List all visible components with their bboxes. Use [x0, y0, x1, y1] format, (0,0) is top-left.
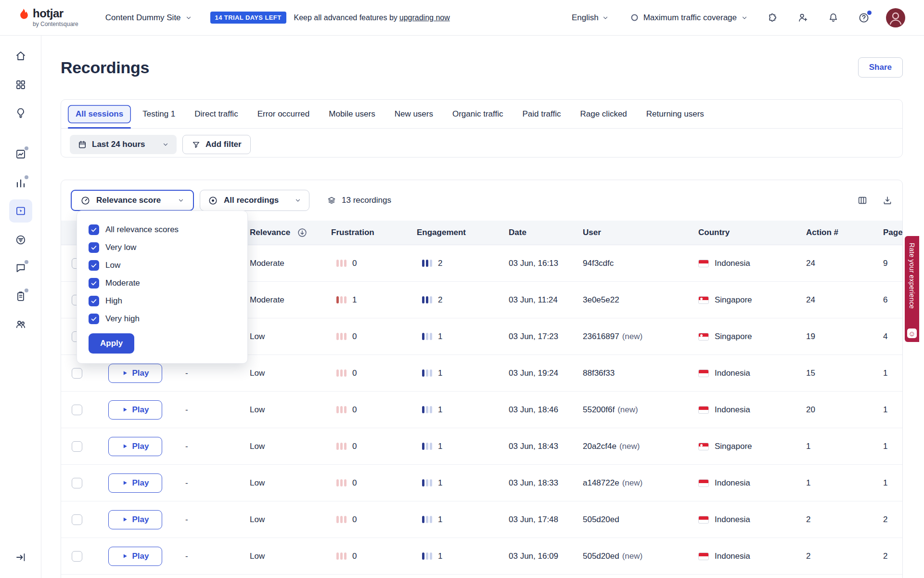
- sidebar-item-home[interactable]: [9, 44, 32, 67]
- sidebar-item-recordings[interactable]: [9, 199, 32, 223]
- frustration-bars-icon: [336, 333, 346, 340]
- notifications-button[interactable]: [828, 12, 839, 23]
- checkbox-checked-icon[interactable]: [89, 242, 99, 253]
- row-checkbox[interactable]: [72, 551, 82, 562]
- hotjar-logo[interactable]: hotjar by Contentsquare: [16, 8, 78, 27]
- sidebar-item-trends[interactable]: [9, 171, 32, 195]
- sidebar-item-funnels[interactable]: [9, 228, 32, 251]
- integrations-button[interactable]: [767, 12, 778, 23]
- feedback-widget[interactable]: Rate your experience ☺: [905, 236, 919, 342]
- engagement-bars-icon: [422, 443, 432, 450]
- relevance-option[interactable]: Very low: [89, 238, 236, 256]
- sidebar-item-feedback[interactable]: [9, 256, 32, 279]
- site-selector[interactable]: Content Dummy Site: [105, 13, 192, 23]
- relevance-option[interactable]: Low: [89, 256, 236, 274]
- checkbox-checked-icon[interactable]: [89, 296, 99, 306]
- play-icon: [122, 407, 128, 413]
- tab-error-occurred[interactable]: Error occurred: [250, 105, 318, 123]
- play-button[interactable]: Play: [108, 547, 162, 566]
- sidebar-collapse-button[interactable]: [9, 546, 32, 569]
- relevance-cell: Low: [250, 442, 331, 451]
- country-cell: Indonesia: [698, 552, 806, 561]
- user-cell: 88f36f33: [583, 368, 698, 378]
- download-button[interactable]: [882, 195, 893, 206]
- date-cell: 03 Jun, 18:33: [509, 478, 583, 488]
- relevance-cell: Low: [250, 405, 331, 415]
- traffic-coverage-selector[interactable]: Maximum traffic coverage: [630, 13, 748, 23]
- sidebar-item-interviews[interactable]: [9, 313, 32, 336]
- date-cell: 03 Jun, 11:24: [509, 295, 583, 305]
- tab-testing-1[interactable]: Testing 1: [135, 105, 183, 123]
- upgrade-link[interactable]: upgrading now: [399, 13, 450, 22]
- column-header-date[interactable]: Date: [509, 228, 583, 237]
- row-checkbox[interactable]: [72, 514, 82, 525]
- date-range-label: Last 24 hours: [92, 140, 145, 149]
- language-selector[interactable]: English: [572, 13, 609, 23]
- frustration-cell: 1: [331, 295, 417, 305]
- country-flag-icon: [698, 369, 709, 377]
- checkbox-checked-icon[interactable]: [89, 260, 99, 271]
- engagement-bars-icon: [422, 260, 432, 267]
- row-checkbox[interactable]: [72, 405, 82, 415]
- play-button[interactable]: Play: [108, 473, 162, 493]
- frustration-cell: 0: [331, 405, 417, 415]
- column-header-user[interactable]: User: [583, 228, 698, 237]
- sidebar-item-surveys[interactable]: [9, 285, 32, 308]
- play-button[interactable]: Play: [108, 400, 162, 420]
- recordings-filter-button[interactable]: All recordings: [200, 190, 309, 211]
- pages-cell: 1: [883, 368, 903, 378]
- question-icon: [858, 12, 870, 24]
- sidebar-item-heatmaps[interactable]: [9, 143, 32, 166]
- column-header-pages[interactable]: Pages: [883, 228, 903, 237]
- column-header-frustration[interactable]: Frustration: [331, 228, 417, 237]
- score-cell: -: [157, 368, 250, 378]
- help-button[interactable]: [858, 12, 870, 24]
- date-cell: 03 Jun, 17:48: [509, 515, 583, 525]
- tab-organic-traffic[interactable]: Organic traffic: [445, 105, 511, 123]
- share-button[interactable]: Share: [858, 57, 903, 78]
- tab-direct-traffic[interactable]: Direct traffic: [187, 105, 245, 123]
- column-header-relevance[interactable]: Relevance: [250, 227, 331, 238]
- play-button[interactable]: Play: [108, 437, 162, 456]
- sidebar-item-highlights[interactable]: [9, 101, 32, 124]
- user-avatar[interactable]: [886, 8, 905, 27]
- engagement-bars-icon: [422, 296, 432, 303]
- puzzle-icon: [767, 12, 778, 23]
- engagement-bars-icon: [422, 552, 432, 560]
- apply-button[interactable]: Apply: [89, 333, 134, 354]
- country-cell: Indonesia: [698, 405, 806, 415]
- columns-icon: [857, 195, 868, 206]
- row-checkbox[interactable]: [72, 441, 82, 452]
- chevron-down-icon: [602, 14, 609, 21]
- sort-descending-icon[interactable]: [297, 227, 308, 238]
- frustration-bars-icon: [336, 260, 346, 267]
- play-button[interactable]: Play: [108, 510, 162, 529]
- checkbox-checked-icon[interactable]: [89, 314, 99, 324]
- relevance-option[interactable]: All relevance scores: [89, 221, 236, 238]
- add-filter-button[interactable]: Add filter: [182, 135, 251, 154]
- row-checkbox[interactable]: [72, 478, 82, 488]
- checkbox-checked-icon[interactable]: [89, 278, 99, 289]
- checkbox-checked-icon[interactable]: [89, 224, 99, 235]
- tab-mobile-users[interactable]: Mobile users: [321, 105, 383, 123]
- tab-paid-traffic[interactable]: Paid traffic: [514, 105, 568, 123]
- column-header-engagement[interactable]: Engagement: [417, 228, 509, 237]
- tab-new-users[interactable]: New users: [387, 105, 441, 123]
- relevance-score-filter-button[interactable]: Relevance score: [71, 190, 194, 211]
- tab-all-sessions[interactable]: All sessions: [68, 105, 131, 123]
- tab-rage-clicked[interactable]: Rage clicked: [573, 105, 635, 123]
- date-range-button[interactable]: Last 24 hours: [70, 135, 177, 154]
- relevance-option[interactable]: High: [89, 292, 236, 310]
- play-button[interactable]: Play: [108, 364, 162, 383]
- frustration-cell: 0: [331, 368, 417, 378]
- column-header-actions[interactable]: Action #: [806, 228, 883, 237]
- column-header-country[interactable]: Country: [698, 228, 806, 237]
- sidebar-item-dashboards[interactable]: [9, 73, 32, 96]
- manage-columns-button[interactable]: [857, 195, 868, 206]
- tab-returning-users[interactable]: Returning users: [639, 105, 712, 123]
- brand-byline: by Contentsquare: [33, 21, 78, 27]
- invite-user-button[interactable]: [797, 12, 808, 23]
- relevance-option[interactable]: Very high: [89, 310, 236, 328]
- relevance-option[interactable]: Moderate: [89, 274, 236, 292]
- row-checkbox[interactable]: [72, 368, 82, 379]
